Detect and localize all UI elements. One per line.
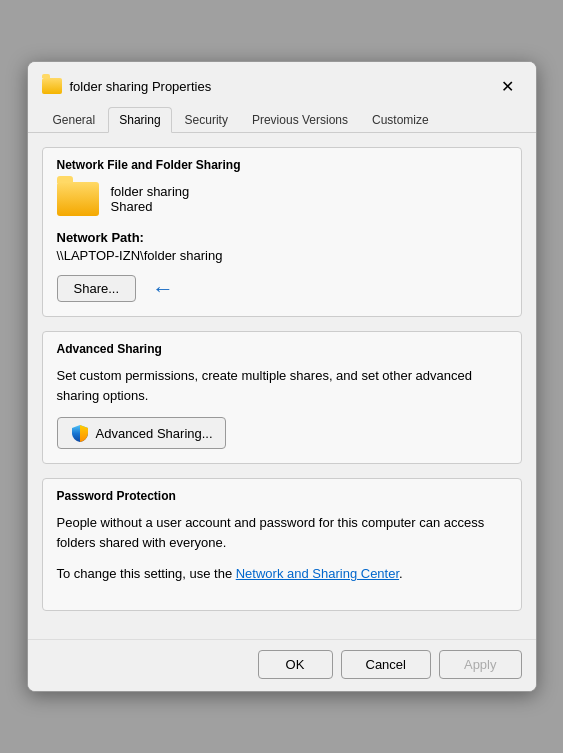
apply-button[interactable]: Apply: [439, 650, 522, 679]
network-path-value: \\LAPTOP-IZN\folder sharing: [57, 248, 507, 263]
network-sharing-center-link[interactable]: Network and Sharing Center: [236, 566, 399, 581]
advanced-sharing-title: Advanced Sharing: [57, 342, 507, 356]
tab-bar: General Sharing Security Previous Versio…: [28, 100, 536, 133]
dialog-title: folder sharing Properties: [70, 79, 212, 94]
network-sharing-section: Network File and Folder Sharing folder s…: [42, 147, 522, 317]
folder-name-text: folder sharing: [111, 184, 190, 199]
cancel-button[interactable]: Cancel: [341, 650, 431, 679]
share-button[interactable]: Share...: [57, 275, 137, 302]
note-suffix: .: [399, 566, 403, 581]
advanced-sharing-desc: Set custom permissions, create multiple …: [57, 366, 507, 405]
tab-previous-versions[interactable]: Previous Versions: [241, 107, 359, 133]
title-bar: folder sharing Properties ✕: [28, 62, 536, 100]
folder-name-status: folder sharing Shared: [111, 184, 190, 214]
note-prefix: To change this setting, use the: [57, 566, 236, 581]
ok-button[interactable]: OK: [258, 650, 333, 679]
folder-info: folder sharing Shared: [57, 182, 507, 216]
network-path-label: Network Path:: [57, 230, 507, 245]
dialog-footer: OK Cancel Apply: [28, 639, 536, 691]
share-row: Share... ←: [57, 275, 507, 302]
folder-title-icon: [42, 78, 62, 94]
advanced-sharing-button[interactable]: Advanced Sharing...: [57, 417, 226, 449]
title-bar-left: folder sharing Properties: [42, 78, 212, 94]
advanced-sharing-section: Advanced Sharing Set custom permissions,…: [42, 331, 522, 464]
close-button[interactable]: ✕: [494, 72, 522, 100]
password-protection-section: Password Protection People without a use…: [42, 478, 522, 611]
tab-sharing[interactable]: Sharing: [108, 107, 171, 133]
tab-customize[interactable]: Customize: [361, 107, 440, 133]
password-protection-desc: People without a user account and passwo…: [57, 513, 507, 552]
folder-large-icon: [57, 182, 99, 216]
advanced-sharing-button-label: Advanced Sharing...: [96, 426, 213, 441]
tab-general[interactable]: General: [42, 107, 107, 133]
password-protection-title: Password Protection: [57, 489, 507, 503]
tab-content: Network File and Folder Sharing folder s…: [28, 133, 536, 639]
properties-dialog: folder sharing Properties ✕ General Shar…: [27, 61, 537, 692]
arrow-icon: ←: [152, 276, 174, 302]
shield-uac-icon: [70, 423, 90, 443]
network-sharing-title: Network File and Folder Sharing: [57, 158, 507, 172]
tab-security[interactable]: Security: [174, 107, 239, 133]
folder-status-text: Shared: [111, 199, 190, 214]
password-protection-note: To change this setting, use the Network …: [57, 564, 507, 584]
